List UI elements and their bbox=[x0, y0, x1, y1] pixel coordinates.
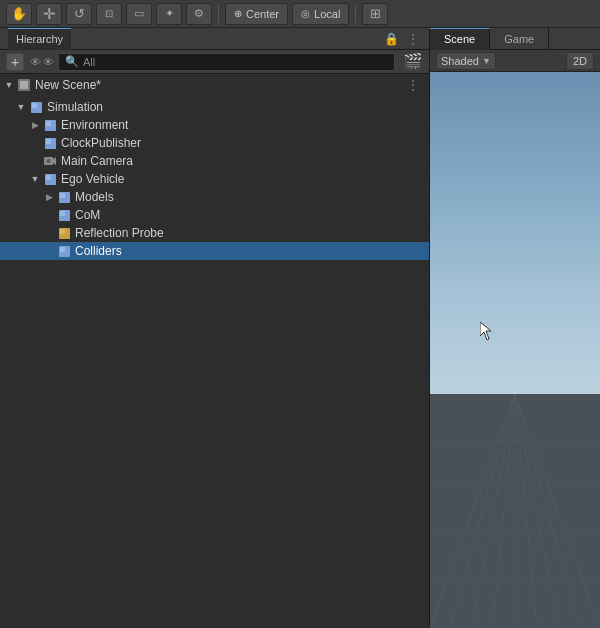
svg-rect-1 bbox=[20, 81, 28, 89]
svg-line-28 bbox=[515, 394, 580, 628]
scene-row-container: ▼ New Scene* ⋮ bbox=[0, 74, 429, 96]
shading-select[interactable]: Shaded ▼ bbox=[436, 52, 496, 70]
svg-line-23 bbox=[472, 394, 515, 628]
tree-item-colliders[interactable]: ▶ Colliders bbox=[0, 242, 429, 260]
scale-tool-button[interactable]: ⊡ bbox=[96, 3, 122, 25]
colliders-label: Colliders bbox=[75, 244, 122, 258]
panel-header-icons: 🔒 ⋮ bbox=[382, 30, 421, 48]
colliders-cube-icon bbox=[56, 243, 72, 259]
svg-line-21 bbox=[430, 394, 515, 628]
search-input-wrap[interactable]: 🔍 All bbox=[58, 53, 395, 71]
svg-line-22 bbox=[450, 394, 515, 628]
scene-menu-icon[interactable]: ⋮ bbox=[407, 78, 425, 92]
eye-icons: 👁 👁 bbox=[30, 56, 54, 68]
shading-label: Shaded bbox=[441, 55, 479, 67]
main-camera-label: Main Camera bbox=[61, 154, 133, 168]
environment-label: Environment bbox=[61, 118, 128, 132]
clock-cube-icon bbox=[42, 135, 58, 151]
rect-tool-button[interactable]: ▭ bbox=[126, 3, 152, 25]
scene-tab[interactable]: Scene bbox=[430, 28, 490, 50]
tree-item-main-camera[interactable]: ▶ Main Camera bbox=[0, 152, 429, 170]
clock-label: ClockPublisher bbox=[61, 136, 141, 150]
svg-line-26 bbox=[515, 394, 537, 628]
simulation-cube-icon bbox=[28, 99, 44, 115]
scene-icon[interactable]: 🎬 bbox=[403, 52, 423, 71]
2d-button[interactable]: 2D bbox=[566, 52, 594, 70]
local-button[interactable]: ◎ Local bbox=[292, 3, 349, 25]
scene-file-icon bbox=[16, 77, 32, 93]
scene-game-tabs: Scene Game bbox=[430, 28, 600, 50]
svg-rect-5 bbox=[46, 121, 51, 126]
search-icon: 🔍 bbox=[65, 55, 79, 68]
tree-item-environment[interactable]: ▶ Environment bbox=[0, 116, 429, 134]
center-label: Center bbox=[246, 8, 279, 20]
2d-label: 2D bbox=[573, 55, 587, 67]
svg-rect-20 bbox=[60, 247, 65, 252]
scene-grid bbox=[430, 394, 600, 628]
svg-rect-14 bbox=[60, 193, 65, 198]
scene-toolbar: Shaded ▼ 2D bbox=[430, 50, 600, 72]
hand-tool-button[interactable]: ✋ bbox=[6, 3, 32, 25]
tree-item-com[interactable]: ▶ CoM bbox=[0, 206, 429, 224]
hierarchy-tree: ▼ Simulation ▶ Environ bbox=[0, 96, 429, 628]
simulation-label: Simulation bbox=[47, 100, 103, 114]
tree-item-models[interactable]: ▶ Models bbox=[0, 188, 429, 206]
hierarchy-tab-label: Hierarchy bbox=[16, 33, 63, 45]
scene-root-item[interactable]: ▼ New Scene* ⋮ bbox=[0, 76, 429, 94]
hierarchy-tab[interactable]: Hierarchy bbox=[8, 28, 71, 50]
models-cube-icon bbox=[56, 189, 72, 205]
local-icon: ◎ bbox=[301, 8, 310, 19]
simulation-arrow: ▼ bbox=[14, 98, 28, 116]
models-label: Models bbox=[75, 190, 114, 204]
tree-item-simulation[interactable]: ▼ Simulation bbox=[0, 98, 429, 116]
svg-line-24 bbox=[493, 394, 515, 628]
scene-game-panel: Scene Game Shaded ▼ 2D bbox=[430, 28, 600, 628]
svg-rect-12 bbox=[46, 175, 51, 180]
search-bar: + 👁 👁 🔍 All 🎬 bbox=[0, 50, 429, 74]
game-tab-label: Game bbox=[504, 33, 534, 45]
scene-sky bbox=[430, 72, 600, 406]
lock-icon[interactable]: 🔒 bbox=[382, 30, 401, 48]
search-placeholder: All bbox=[83, 56, 95, 68]
reflection-probe-label: Reflection Probe bbox=[75, 226, 164, 240]
svg-rect-7 bbox=[46, 139, 51, 144]
eye-icon-2[interactable]: 👁 bbox=[43, 56, 54, 68]
transform-tool-button[interactable]: ✦ bbox=[156, 3, 182, 25]
models-arrow: ▶ bbox=[42, 188, 56, 206]
add-icon: + bbox=[11, 54, 19, 70]
shading-chevron-icon: ▼ bbox=[482, 56, 491, 66]
scene-tab-label: Scene bbox=[444, 33, 475, 45]
scene-arrow: ▼ bbox=[2, 76, 16, 94]
center-icon: ⊕ bbox=[234, 8, 242, 19]
camera-icon bbox=[42, 153, 58, 169]
toolbar-sep-2 bbox=[355, 5, 356, 23]
move-tool-button[interactable]: ✛ bbox=[36, 3, 62, 25]
svg-rect-3 bbox=[32, 103, 37, 108]
svg-marker-9 bbox=[53, 157, 56, 165]
panel-header: Hierarchy 🔒 ⋮ bbox=[0, 28, 429, 50]
add-object-button[interactable]: + bbox=[6, 53, 24, 71]
ego-vehicle-label: Ego Vehicle bbox=[61, 172, 124, 186]
svg-rect-18 bbox=[60, 229, 65, 234]
environment-arrow: ▶ bbox=[28, 116, 42, 134]
center-button[interactable]: ⊕ Center bbox=[225, 3, 288, 25]
eye-icon-1[interactable]: 👁 bbox=[30, 56, 41, 68]
toolbar-sep-1 bbox=[218, 5, 219, 23]
tree-item-clock[interactable]: ▶ ClockPublisher bbox=[0, 134, 429, 152]
tree-item-reflection-probe[interactable]: ▶ Reflection Probe bbox=[0, 224, 429, 242]
scene-viewport[interactable] bbox=[430, 72, 600, 628]
svg-line-27 bbox=[515, 394, 558, 628]
more-options-icon[interactable]: ⋮ bbox=[405, 30, 421, 48]
game-tab[interactable]: Game bbox=[490, 28, 549, 50]
hierarchy-panel: Hierarchy 🔒 ⋮ + 👁 👁 🔍 All 🎬 bbox=[0, 28, 430, 628]
reflection-probe-icon bbox=[56, 225, 72, 241]
rotate-tool-button[interactable]: ↺ bbox=[66, 3, 92, 25]
scene-name-label: New Scene* bbox=[35, 78, 101, 92]
tree-item-ego-vehicle[interactable]: ▼ Ego Vehicle bbox=[0, 170, 429, 188]
extra-tool-button[interactable]: ⚙ bbox=[186, 3, 212, 25]
ego-cube-icon bbox=[42, 171, 58, 187]
main-toolbar: ✋ ✛ ↺ ⊡ ▭ ✦ ⚙ ⊕ Center ◎ Local ⊞ bbox=[0, 0, 600, 28]
svg-point-10 bbox=[47, 159, 51, 163]
local-label: Local bbox=[314, 8, 340, 20]
grid-button[interactable]: ⊞ bbox=[362, 3, 388, 25]
